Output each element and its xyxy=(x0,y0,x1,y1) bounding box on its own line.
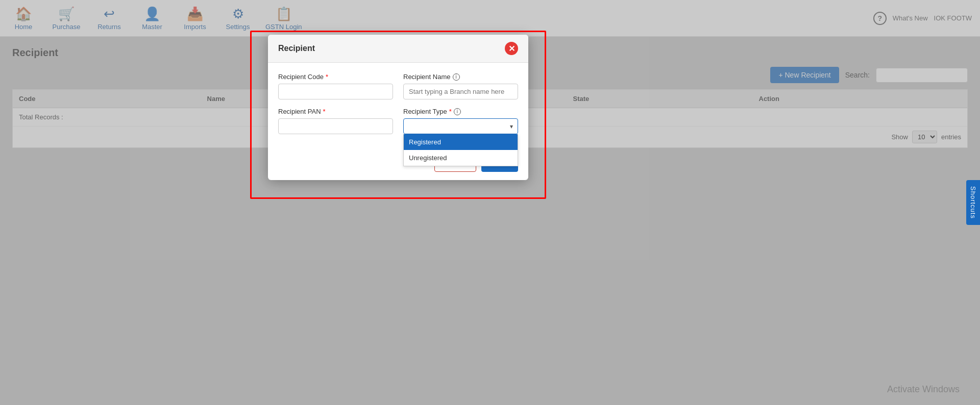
required-star-type: * xyxy=(449,108,452,115)
form-group-type: Recipient Type * i Registered Unregister… xyxy=(403,108,518,134)
modal-body: Recipient Code * Recipient Name i Recipi… xyxy=(268,63,528,150)
required-star-pan: * xyxy=(323,108,326,115)
modal-close-button[interactable]: ✕ xyxy=(505,42,518,55)
recipient-name-label: Recipient Name i xyxy=(403,73,518,81)
shortcuts-tab[interactable]: Shortcuts xyxy=(966,180,980,225)
recipient-type-dropdown-wrapper: Registered Unregistered ▾ Registered Unr… xyxy=(403,118,518,134)
modal-title: Recipient xyxy=(278,44,315,53)
recipient-code-label: Recipient Code * xyxy=(278,73,393,81)
modal-header: Recipient ✕ xyxy=(268,35,528,63)
form-group-code: Recipient Code * xyxy=(278,73,393,99)
required-star-code: * xyxy=(326,73,328,81)
dropdown-options-list: Registered Unregistered xyxy=(403,134,518,166)
recipient-pan-label: Recipient PAN * xyxy=(278,108,393,115)
form-group-name: Recipient Name i xyxy=(403,73,518,99)
form-row-2: Recipient PAN * Recipient Type * i Regis… xyxy=(278,108,518,134)
recipient-pan-input[interactable] xyxy=(278,118,393,134)
dropdown-option-unregistered[interactable]: Unregistered xyxy=(404,150,518,166)
recipient-code-input[interactable] xyxy=(278,84,393,99)
form-row-1: Recipient Code * Recipient Name i xyxy=(278,73,518,99)
recipient-type-label: Recipient Type * i xyxy=(403,108,518,115)
dropdown-option-registered[interactable]: Registered xyxy=(404,134,518,150)
recipient-name-input[interactable] xyxy=(403,84,518,99)
type-info-icon: i xyxy=(454,108,461,115)
name-info-icon: i xyxy=(453,73,460,81)
form-group-pan: Recipient PAN * xyxy=(278,108,393,134)
recipient-modal: Recipient ✕ Recipient Code * Recipient N… xyxy=(268,35,528,180)
recipient-type-select[interactable]: Registered Unregistered xyxy=(403,118,518,134)
